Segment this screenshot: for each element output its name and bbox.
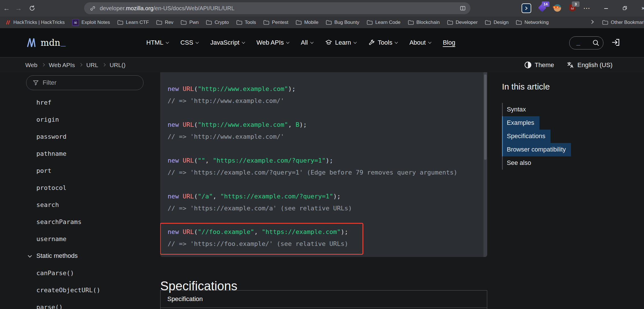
bookmark-label: Tools xyxy=(245,20,256,25)
minimize-button[interactable] xyxy=(599,0,612,16)
nav-item-html[interactable]: HTML xyxy=(146,39,168,46)
search-icon[interactable] xyxy=(592,39,600,47)
breadcrumb: WebWeb APIsURLURL() xyxy=(25,57,126,72)
nav-item-javascript[interactable]: JavaScript xyxy=(210,39,245,46)
sidebar-item-origin[interactable]: origin xyxy=(0,111,153,128)
other-bookmarks-button[interactable]: Other Bookmarks xyxy=(602,16,644,28)
toc-item-see-also[interactable]: See also xyxy=(502,156,536,170)
breadcrumb-item-web-apis[interactable]: Web APIs xyxy=(49,62,75,69)
wallet-extension-icon[interactable]: 14 xyxy=(537,3,547,13)
sidebar-item-label: createObjectURL() xyxy=(36,287,100,294)
sidebar-item-searchparams[interactable]: searchParams xyxy=(0,213,153,230)
reload-icon[interactable] xyxy=(27,4,37,13)
sidebar-item-pathname[interactable]: pathname xyxy=(0,145,153,162)
code-scrollbar[interactable] xyxy=(483,72,487,257)
bookmark-rev[interactable]: Rev xyxy=(153,18,176,26)
code-line: // => 'http://www.example.com/' xyxy=(168,131,479,143)
extension-badge: 14 xyxy=(542,1,549,7)
breadcrumb-item-url[interactable]: URL() xyxy=(110,62,126,69)
sidebar-item-label: port xyxy=(36,167,51,174)
mdn-logo[interactable]: mdn _ xyxy=(26,28,66,57)
extension-badge: 3 xyxy=(572,1,580,7)
bookmark-blockchain[interactable]: Blockchain xyxy=(405,18,443,26)
sidebar-item-static-methods[interactable]: Static methods xyxy=(0,247,153,264)
bookmark-pentest[interactable]: Pentest xyxy=(260,18,291,26)
bookmark-label: Blockchain xyxy=(416,20,440,25)
sidebar-item-parse[interactable]: parse() xyxy=(0,298,153,309)
code-example-group: new URL("http://www.example.com", B);// … xyxy=(168,119,479,143)
spy-extension-icon[interactable] xyxy=(552,3,562,13)
sidebar-item-createobjecturl[interactable]: createObjectURL() xyxy=(0,281,153,298)
chevron-down-icon xyxy=(166,40,169,43)
nav-item-learn[interactable]: Learn xyxy=(325,39,356,46)
nav-item-about[interactable]: About xyxy=(409,39,431,46)
other-bookmarks-label: Other Bookmarks xyxy=(611,20,644,25)
theme-icon xyxy=(524,61,532,69)
address-bar[interactable]: developer.mozilla.org/en-US/docs/Web/API… xyxy=(84,2,470,14)
sidebar-filter-input[interactable]: Filter xyxy=(26,75,143,90)
bookmark-hacktricks-hacktricks[interactable]: HackTricks | HackTricks xyxy=(2,18,68,26)
restore-button[interactable] xyxy=(618,0,631,16)
language-label: English (US) xyxy=(577,61,612,69)
forward-icon[interactable]: → xyxy=(14,4,23,13)
bookmark-developer[interactable]: Developer xyxy=(444,18,481,26)
more-menu-icon[interactable]: ⋯ xyxy=(580,0,593,16)
sidebar-item-username[interactable]: username xyxy=(0,230,153,247)
sign-in-icon[interactable] xyxy=(611,38,620,47)
bookmark-label: Bug Bounty xyxy=(334,20,359,25)
nav-item-all[interactable]: All xyxy=(301,39,313,46)
breadcrumb-item-web[interactable]: Web xyxy=(25,62,37,69)
close-button[interactable]: × xyxy=(637,0,644,16)
code-scrollbar-thumb[interactable] xyxy=(484,74,487,160)
search-input[interactable]: _ xyxy=(569,36,603,49)
bookmark-label: HackTricks | HackTricks xyxy=(13,20,65,25)
bookmark-bug-bounty[interactable]: Bug Bounty xyxy=(323,18,362,26)
nav-item-blog[interactable]: Blog xyxy=(443,39,455,46)
bookmark-label: Developer xyxy=(456,20,478,25)
code-extension-icon[interactable] xyxy=(522,3,531,13)
sidebar-item-canparse[interactable]: canParse() xyxy=(0,264,153,281)
breadcrumb-item-url[interactable]: URL xyxy=(86,62,98,69)
code-example-panel: new URL("http://www.example.com");// => … xyxy=(160,72,487,257)
toc-item-examples[interactable]: Examples xyxy=(502,116,539,130)
folder-icon xyxy=(117,20,123,25)
bookmark-mobile[interactable]: Mobile xyxy=(293,18,321,26)
bookmark-learn-ctf[interactable]: Learn CTF xyxy=(114,18,152,26)
code-example-content: new URL("http://www.example.com");// => … xyxy=(160,72,487,255)
bookmark-networking[interactable]: Networking xyxy=(513,18,551,26)
sidebar-item-href[interactable]: href xyxy=(0,94,153,111)
nav-item-web-apis[interactable]: Web APIs xyxy=(257,39,289,46)
browser-toolbar: ← → developer.mozilla.org/en-US/docs/Web… xyxy=(0,0,644,16)
bookmarks-list: HackTricks | HackTricks☠Exploit NotesLea… xyxy=(2,16,587,28)
code-line: new URL("/a", "https://example.com/?quer… xyxy=(168,190,479,202)
toc-item-specifications[interactable]: Specifications xyxy=(502,130,551,143)
sidebar-item-password[interactable]: password xyxy=(0,128,153,145)
bookmark-exploit-notes[interactable]: ☠Exploit Notes xyxy=(69,18,113,27)
toc-item-syntax[interactable]: Syntax xyxy=(502,103,531,116)
bookmark-tools[interactable]: Tools xyxy=(234,18,259,26)
sidebar-item-port[interactable]: port xyxy=(0,162,153,179)
nav-item-css[interactable]: CSS xyxy=(180,39,198,46)
specifications-table: Specification xyxy=(160,290,487,309)
link-icon xyxy=(90,5,96,11)
chevron-down-icon xyxy=(242,40,245,43)
bookmark-learn-code[interactable]: Learn Code xyxy=(364,18,403,26)
bookmark-pwn[interactable]: Pwn xyxy=(178,18,201,26)
language-switcher-button[interactable]: English (US) xyxy=(566,61,612,69)
toc-item-browser-compatibility[interactable]: Browser compatibility xyxy=(502,143,571,156)
url-text[interactable]: developer.mozilla.org/en-US/docs/Web/API… xyxy=(100,5,234,12)
sidebar-item-search[interactable]: search xyxy=(0,196,153,213)
folder-icon xyxy=(326,20,332,25)
split-screen-icon[interactable] xyxy=(460,5,466,11)
toc-title: In this article xyxy=(502,82,635,92)
sidebar-item-protocol[interactable]: protocol xyxy=(0,179,153,196)
back-icon[interactable]: ← xyxy=(2,4,11,13)
bookmark-crypto[interactable]: Crypto xyxy=(203,18,232,26)
theme-switcher-button[interactable]: Theme xyxy=(524,61,554,69)
nav-item-tools[interactable]: Tools xyxy=(368,39,397,46)
bookmark-design[interactable]: Design xyxy=(482,18,511,26)
bookmarks-overflow-chevron-icon[interactable] xyxy=(590,19,593,24)
sidebar-item-label: protocol xyxy=(36,184,66,191)
sidebar-filter-placeholder: Filter xyxy=(43,79,57,86)
shield-extension-icon[interactable]: ω3 xyxy=(568,3,577,13)
